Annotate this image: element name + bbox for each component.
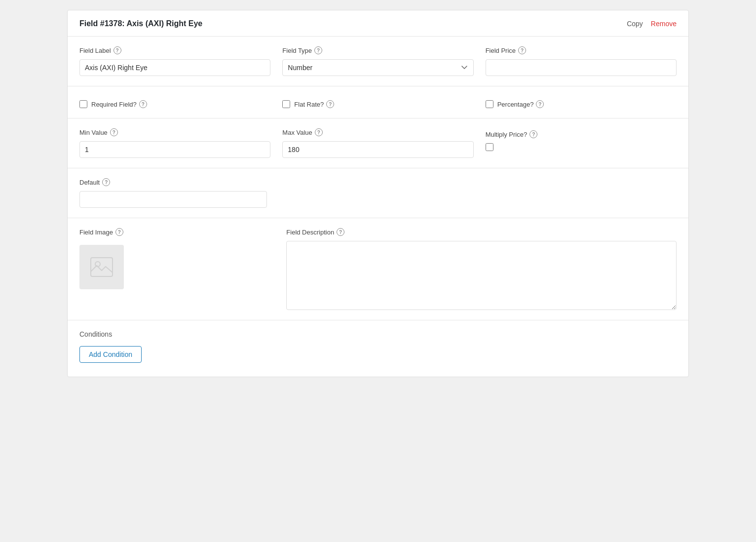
field-image-help-icon[interactable]: ?: [115, 228, 123, 236]
add-condition-button[interactable]: Add Condition: [79, 346, 142, 363]
min-value-group: Min Value ?: [79, 128, 270, 158]
image-placeholder[interactable]: [79, 245, 124, 289]
flat-rate-checkbox[interactable]: [282, 100, 290, 108]
max-value-input[interactable]: [282, 141, 473, 158]
card-header: Field #1378: Axis (AXI) Right Eye Copy R…: [68, 10, 688, 37]
field-label-group: Field Label ?: [79, 46, 270, 76]
multiply-price-group: Multiply Price? ?: [486, 128, 677, 151]
field-description-group: Field Description ?: [286, 228, 677, 310]
default-help-icon[interactable]: ?: [102, 178, 110, 186]
field-basic-section: Field Label ? Field Type ? Number Text S…: [68, 37, 688, 86]
min-value-help-icon[interactable]: ?: [110, 128, 118, 136]
percentage-help-icon[interactable]: ?: [536, 100, 544, 108]
field-price-help-icon[interactable]: ?: [518, 46, 526, 54]
max-value-help-icon[interactable]: ?: [315, 128, 323, 136]
default-input[interactable]: [79, 191, 267, 208]
multiply-price-checkbox[interactable]: [486, 143, 493, 151]
required-field-group: Required Field? ?: [79, 96, 270, 108]
default-group: Default ?: [79, 178, 267, 208]
conditions-title: Conditions: [79, 330, 677, 338]
field-label-help-icon[interactable]: ?: [113, 46, 121, 54]
basic-fields-row: Field Label ? Field Type ? Number Text S…: [79, 46, 677, 76]
remove-button[interactable]: Remove: [651, 20, 677, 28]
field-type-help-icon[interactable]: ?: [314, 46, 322, 54]
required-field-checkbox[interactable]: [79, 100, 87, 108]
image-description-section: Field Image ? Field Description ?: [68, 218, 688, 320]
field-type-select[interactable]: Number Text Select Checkbox Textarea: [282, 59, 473, 76]
field-price-group: Field Price ?: [486, 46, 677, 76]
field-description-help-icon[interactable]: ?: [337, 228, 344, 236]
flat-rate-label: Flat Rate? ?: [294, 100, 334, 108]
multiply-price-help-icon[interactable]: ?: [529, 130, 537, 138]
field-description-textarea[interactable]: [286, 241, 677, 310]
card-title: Field #1378: Axis (AXI) Right Eye: [79, 19, 202, 28]
field-image-group: Field Image ?: [79, 228, 274, 289]
flat-rate-group: Flat Rate? ?: [282, 96, 473, 108]
checkbox-row: Required Field? ? Flat Rate? ? Percentag…: [79, 96, 677, 108]
required-field-help-icon[interactable]: ?: [139, 100, 147, 108]
min-value-input[interactable]: [79, 141, 270, 158]
minmax-section: Min Value ? Max Value ? Multiply Price? …: [68, 118, 688, 168]
max-value-label: Max Value ?: [282, 128, 473, 136]
field-label-input[interactable]: [79, 59, 270, 76]
field-type-group: Field Type ? Number Text Select Checkbox…: [282, 46, 473, 76]
checkbox-section: Required Field? ? Flat Rate? ? Percentag…: [68, 86, 688, 118]
field-label-label: Field Label ?: [79, 46, 270, 54]
flat-rate-help-icon[interactable]: ?: [326, 100, 334, 108]
percentage-checkbox[interactable]: [486, 100, 493, 108]
field-description-label: Field Description ?: [286, 228, 677, 236]
field-type-label: Field Type ?: [282, 46, 473, 54]
field-card: Field #1378: Axis (AXI) Right Eye Copy R…: [67, 10, 689, 377]
multiply-price-label: Multiply Price? ?: [486, 130, 677, 138]
max-value-group: Max Value ?: [282, 128, 473, 158]
required-field-label: Required Field? ?: [91, 100, 147, 108]
image-description-row: Field Image ? Field Description ?: [79, 228, 677, 310]
svg-rect-0: [91, 258, 113, 276]
conditions-section: Conditions Add Condition: [68, 320, 688, 377]
percentage-group: Percentage? ?: [486, 96, 677, 108]
default-label: Default ?: [79, 178, 267, 186]
header-actions: Copy Remove: [627, 20, 677, 28]
percentage-label: Percentage? ?: [497, 100, 544, 108]
field-price-label: Field Price ?: [486, 46, 677, 54]
field-image-label: Field Image ?: [79, 228, 274, 236]
min-value-label: Min Value ?: [79, 128, 270, 136]
minmax-row: Min Value ? Max Value ? Multiply Price? …: [79, 128, 677, 158]
copy-button[interactable]: Copy: [627, 20, 643, 28]
default-section: Default ?: [68, 168, 688, 218]
field-price-input[interactable]: [486, 59, 677, 76]
